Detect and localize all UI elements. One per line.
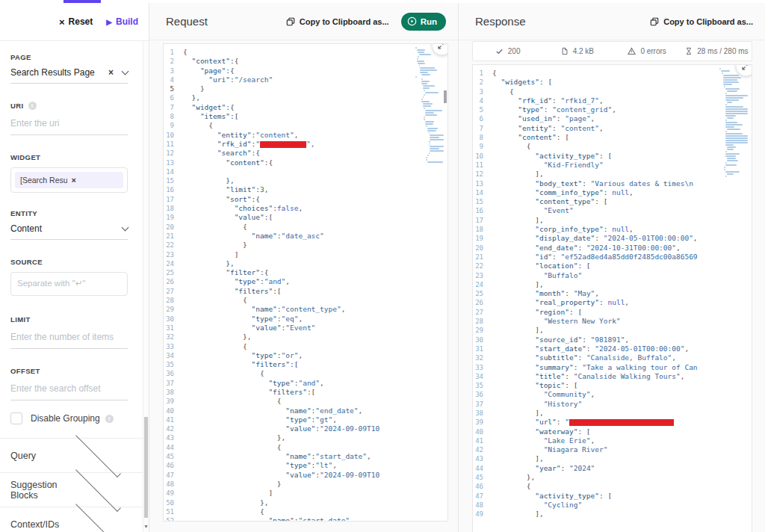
disable-grouping-checkbox[interactable]: [10, 412, 22, 424]
code-line: 23 ]: [164, 250, 447, 259]
line-number: 25: [164, 268, 183, 277]
line-number: 27: [164, 287, 183, 296]
code-line: 46 "type":"lt",: [164, 461, 447, 470]
code-line: 4 "rfk_id": "rfkid_7",: [473, 96, 752, 105]
line-number: 24: [473, 280, 492, 289]
code-line: 24 ],: [473, 280, 752, 289]
line-number: 40: [164, 406, 183, 415]
code-line: 48 }: [164, 480, 447, 489]
request-code-editor[interactable]: 1{2 "context":{3 "page":{4 "uri":"/searc…: [163, 43, 448, 522]
build-button[interactable]: ▶ Build: [106, 16, 138, 27]
disable-grouping-label: Disable Grouping i: [31, 413, 114, 424]
response-copy-button[interactable]: Copy to Clipboard as...: [650, 17, 753, 26]
remove-widget-icon[interactable]: ×: [72, 176, 119, 185]
line-number: 39: [164, 397, 183, 406]
line-number: 44: [473, 464, 492, 473]
info-icon[interactable]: i: [105, 415, 114, 423]
widget-field-label: WIDGET: [10, 153, 128, 161]
code-line: 27 "filters":[: [164, 287, 447, 296]
file-icon: [561, 47, 569, 55]
line-number: 19: [473, 234, 492, 243]
limit-input[interactable]: [10, 332, 128, 349]
line-number: 43: [473, 454, 492, 463]
code-line: 47 "activity_type": [: [473, 492, 752, 501]
code-line: 23 "Buffalo": [473, 271, 752, 280]
line-number: 10: [164, 131, 183, 140]
line-number: 32: [473, 353, 492, 362]
code-scroll-area[interactable]: 1{2 "context":{3 "page":{4 "uri":"/searc…: [164, 44, 447, 521]
line-number: 39: [473, 418, 492, 427]
build-label: Build: [116, 16, 138, 27]
line-number: 21: [164, 232, 183, 241]
widget-select[interactable]: [Search Results Page] Search R... ×: [10, 167, 128, 193]
line-number: 51: [164, 507, 183, 516]
response-code-editor[interactable]: 1{2 "widgets": [3 {4 "rfk_id": "rfkid_7"…: [472, 64, 752, 532]
line-number: 18: [473, 225, 492, 234]
line-number: 47: [164, 471, 183, 480]
line-number: 11: [473, 161, 492, 170]
code-line: 12 "search":{: [164, 149, 447, 158]
expand-icon: [437, 43, 447, 50]
code-line: 32 "subtitle": "Canalside, Buffalo",: [473, 353, 752, 362]
line-number: 34: [164, 351, 183, 360]
response-copy-label: Copy to Clipboard as...: [663, 17, 753, 26]
code-line: 19 "display_date": "2024-05-01T00:00:00"…: [473, 234, 752, 243]
line-number: 36: [473, 390, 492, 399]
code-line: 45 },: [473, 473, 752, 482]
request-copy-button[interactable]: Copy to Clipboard as...: [286, 17, 389, 26]
line-number: 45: [164, 452, 183, 461]
status-warning: 0 errors: [613, 47, 682, 55]
line-number: 18: [164, 204, 183, 213]
builder-sidebar: × Reset ▶ Build PAGE Search Results Page…: [0, 3, 149, 532]
sidebar-scrollbar[interactable]: ▼: [143, 41, 149, 532]
page-select[interactable]: Search Results Page ×: [10, 67, 128, 84]
run-button[interactable]: Run: [401, 13, 446, 31]
code-line: 21 "name":"date_asc": [164, 232, 447, 241]
clear-page-icon[interactable]: ×: [108, 67, 114, 78]
response-panel: Response Copy to Clipboard as... 2004.2 …: [459, 3, 765, 532]
code-line: 36 "Community",: [473, 390, 752, 399]
minimap[interactable]: [719, 66, 751, 532]
line-number: 6: [164, 93, 183, 102]
line-number: 42: [164, 424, 183, 433]
reset-button[interactable]: × Reset: [59, 16, 93, 28]
code-line: 25 "month": "May",: [473, 289, 752, 298]
sidebar-section-suggestion-blocks[interactable]: Suggestion Blocks: [0, 473, 143, 507]
editor-scrollbar-thumb[interactable]: [444, 90, 447, 103]
code-line: 13 "body_text": "Various dates & times\n: [473, 179, 752, 188]
minimap[interactable]: [415, 45, 447, 520]
entity-field-label: ENTITY: [10, 209, 128, 217]
response-title: Response: [475, 15, 650, 28]
code-line: 30 "type":"eq",: [164, 315, 447, 324]
code-line: 50 },: [164, 498, 447, 507]
status-text: 0 errors: [640, 47, 666, 55]
line-number: 30: [164, 315, 183, 324]
scroll-down-arrow-icon[interactable]: ▼: [143, 522, 149, 531]
chevron-down-icon: [122, 224, 129, 232]
code-line: 49 ],: [473, 510, 752, 519]
code-line: 43 ],: [473, 454, 752, 463]
code-line: 5 "type": "content_grid",: [473, 105, 752, 114]
uri-input[interactable]: [10, 118, 128, 135]
redaction-box: [569, 419, 674, 426]
line-number: 17: [164, 195, 183, 204]
code-line: 32 },: [164, 332, 447, 341]
code-scroll-area[interactable]: 1{2 "widgets": [3 {4 "rfk_id": "rfkid_7"…: [473, 65, 752, 532]
line-number: 7: [473, 124, 492, 133]
source-textarea[interactable]: [10, 272, 128, 296]
offset-input[interactable]: [10, 383, 128, 400]
code-line: 27 "region": [: [473, 308, 752, 317]
expand-icon: [741, 64, 751, 71]
sidebar-section-context-ids[interactable]: Context/IDs: [0, 507, 143, 532]
code-line: 3 {: [473, 87, 752, 96]
entity-select[interactable]: Content: [10, 223, 128, 240]
chevron-down-icon: [122, 68, 129, 75]
status-text: 28 ms / 280 ms: [697, 47, 748, 55]
code-line: 21 "id": "ef52ad8ed4a85dd0f2485dc00a8656…: [473, 253, 752, 262]
info-icon[interactable]: i: [28, 102, 37, 110]
code-line: 1{: [473, 69, 752, 78]
line-number: 15: [164, 176, 183, 185]
line-number: 4: [164, 75, 183, 84]
sidebar-section-query[interactable]: Query: [0, 439, 143, 473]
scrollbar-thumb[interactable]: [144, 417, 148, 518]
